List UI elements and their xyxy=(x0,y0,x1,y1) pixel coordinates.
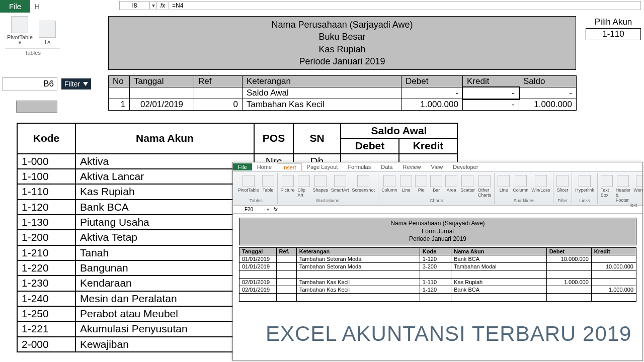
formula-bar-top[interactable]: I8 ▾ fx =N4 xyxy=(119,1,641,10)
cell[interactable] xyxy=(276,262,296,270)
cell[interactable]: 01/01/2019 xyxy=(239,262,277,270)
col-saldo[interactable]: Saldo xyxy=(519,76,577,87)
cell[interactable]: Aktiva Lancar xyxy=(75,169,254,184)
bar-chart-button[interactable]: Bar xyxy=(430,175,442,198)
cell[interactable] xyxy=(451,293,546,301)
cell[interactable]: 1-120 xyxy=(17,200,75,215)
cell[interactable]: 1.000.000 xyxy=(591,286,636,293)
cell[interactable]: Tanah xyxy=(75,245,254,260)
table-row[interactable]: 02/01/2019Tambahan Kas Kecil1-110Kas Rup… xyxy=(239,278,636,286)
inset-tab-pagelayout[interactable]: Page Layout xyxy=(302,163,343,170)
column-chart-button[interactable]: Column xyxy=(381,175,397,198)
inset-tab-home[interactable]: Home xyxy=(252,163,277,170)
cell[interactable] xyxy=(276,293,296,301)
col-debet[interactable]: Debet xyxy=(546,247,591,255)
inset-file-tab[interactable]: File xyxy=(233,163,252,170)
formula-input-top[interactable]: =N4 xyxy=(169,2,640,9)
headerfooter-button[interactable]: Header & Footer xyxy=(616,175,631,203)
cell[interactable] xyxy=(546,286,591,293)
cell[interactable] xyxy=(296,270,420,278)
pie-chart-button[interactable]: Pie xyxy=(415,175,427,198)
col-kredit[interactable]: Kredit xyxy=(463,76,519,87)
cell[interactable]: 10.000.000 xyxy=(546,255,591,262)
cell[interactable] xyxy=(239,293,277,301)
cell[interactable]: 1.000.000 xyxy=(546,278,591,286)
cell[interactable]: Tambahan Kas Kecil xyxy=(296,278,420,286)
inset-tab-developer[interactable]: Developer xyxy=(448,163,483,170)
inset-tab-review[interactable]: Review xyxy=(397,163,426,170)
cell[interactable]: Aktiva Tetap xyxy=(75,230,254,245)
col-sn[interactable]: SN xyxy=(293,123,341,154)
col-nama-akun[interactable]: Nama Akun xyxy=(75,123,254,154)
cell[interactable]: 1.000.000 xyxy=(519,99,577,111)
cell[interactable]: 1-110 xyxy=(420,278,451,286)
screenshot-button[interactable]: Screenshot xyxy=(352,175,375,198)
account-picker-value[interactable]: 1-110 xyxy=(586,28,641,40)
other-charts-button[interactable]: Other Charts xyxy=(478,175,492,198)
table-row[interactable]: Saldo Awal - - - xyxy=(109,87,577,99)
cell[interactable] xyxy=(546,262,591,270)
clipart-button[interactable]: Clip Art xyxy=(298,175,310,198)
col-kredit[interactable]: Kredit xyxy=(591,247,636,255)
cell[interactable]: Kewajiban xyxy=(75,337,254,352)
inset-tab-view[interactable]: View xyxy=(426,163,448,170)
table-row[interactable] xyxy=(239,270,636,278)
col-tanggal[interactable]: Tanggal xyxy=(239,247,277,255)
cell[interactable]: - xyxy=(463,99,519,111)
table-button[interactable]: Tᴀ xyxy=(39,21,56,45)
inset-name-box[interactable]: F20 xyxy=(233,207,265,212)
slicer-button[interactable]: Slicer xyxy=(556,175,569,193)
cell[interactable]: Saldo Awal xyxy=(243,87,401,99)
col-pos[interactable]: POS xyxy=(254,123,293,154)
sparkline-line-button[interactable]: Line xyxy=(498,175,510,193)
cell[interactable]: 2-000 xyxy=(17,337,75,352)
cell[interactable]: 1-221 xyxy=(17,321,75,336)
cell[interactable]: Kas Rupiah xyxy=(75,184,254,199)
chevron-down-icon[interactable]: ▾ xyxy=(265,207,271,212)
cell[interactable]: 01/01/2019 xyxy=(239,255,277,262)
pivottable-button[interactable]: PivotTable ▼ xyxy=(7,16,33,45)
table-row[interactable]: 01/01/2019Tambahan Setoran Modal3-200Tam… xyxy=(239,262,636,270)
cell[interactable] xyxy=(451,270,546,278)
col-nama-akun[interactable]: Nama Akun xyxy=(451,247,546,255)
pivottable-button[interactable]: PivotTable xyxy=(238,175,259,193)
filter-chip[interactable]: Filter xyxy=(61,78,91,89)
cell[interactable] xyxy=(591,270,636,278)
cell-reference[interactable]: B6 xyxy=(2,77,57,90)
cell[interactable] xyxy=(276,270,296,278)
shapes-button[interactable]: Shapes xyxy=(313,175,329,198)
cell[interactable]: Bangunan xyxy=(75,260,254,276)
cell[interactable]: 0 xyxy=(194,99,243,111)
cell[interactable]: Piutang Usaha xyxy=(75,215,254,230)
cell[interactable]: 02/01/2019 xyxy=(239,278,277,286)
cell[interactable]: Tambahan Setoran Modal xyxy=(296,262,420,270)
col-debet[interactable]: Debet xyxy=(401,76,463,87)
cell[interactable]: 02/01/2019 xyxy=(130,99,194,111)
cell[interactable] xyxy=(276,278,296,286)
selected-cell[interactable] xyxy=(16,101,57,113)
table-row[interactable]: 02/01/2019Tambahan Kas Kecil1-120Bank BC… xyxy=(239,286,636,293)
cell[interactable]: Tambahan Modal xyxy=(451,262,546,270)
cell[interactable]: - xyxy=(401,87,463,99)
fx-icon[interactable]: fx xyxy=(157,2,169,9)
cell[interactable]: 1-110 xyxy=(17,184,75,199)
line-chart-button[interactable]: Line xyxy=(400,175,412,198)
cell[interactable]: Bank BCA xyxy=(451,255,546,262)
cell[interactable]: Aktiva xyxy=(75,154,254,169)
cell[interactable] xyxy=(546,270,591,278)
cell[interactable]: 1-240 xyxy=(17,291,75,306)
col-saldo-awal[interactable]: Saldo Awal xyxy=(341,123,457,138)
cell[interactable]: 02/01/2019 xyxy=(239,286,277,293)
table-row[interactable]: 01/01/2019Tambahan Setoran Modal1-120Ban… xyxy=(239,255,636,262)
cell[interactable] xyxy=(591,278,636,286)
cell[interactable] xyxy=(296,293,420,301)
cell[interactable]: 1-120 xyxy=(420,255,451,262)
cell[interactable]: Tambahan Kas Kecil xyxy=(243,99,401,111)
area-chart-button[interactable]: Area xyxy=(445,175,457,198)
smartart-button[interactable]: SmartArt xyxy=(331,175,349,198)
cell[interactable]: 1 xyxy=(109,99,130,111)
table-row[interactable] xyxy=(239,293,636,301)
cell[interactable]: - xyxy=(519,87,577,99)
cell[interactable]: Mesin dan Peralatan xyxy=(75,291,254,306)
wordart-button[interactable]: WordArt xyxy=(633,175,643,203)
